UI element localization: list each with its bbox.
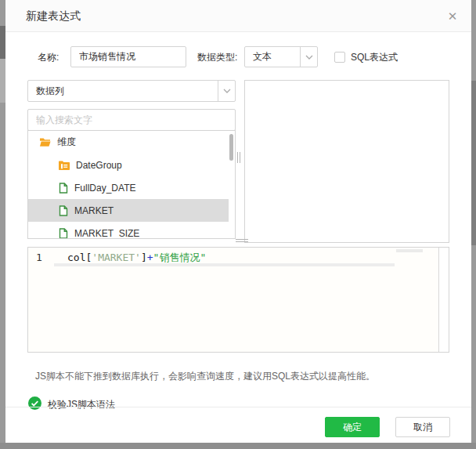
ok-button[interactable]: 确定 [325,417,380,437]
group-icon [59,161,70,170]
background-page-left-edge [0,0,5,449]
editor-scrollbar-track[interactable] [438,248,449,352]
validate-js-syntax-label: 校验JS脚本语法 [48,398,115,411]
tree-item-label: FullDay_DATE [74,183,135,194]
data-type-label: 数据类型: [197,47,237,68]
tree-item-dategroup[interactable]: DateGroup [28,154,229,176]
new-expression-dialog: 新建表达式 ✕ 名称: 数据类型: 文本 SQL表达式 数据列 [5,0,471,443]
sql-expression-label: SQL表达式 [351,47,398,68]
field-icon [59,183,68,194]
sql-expression-checkbox[interactable] [334,52,345,63]
screen: 新建表达式 ✕ 名称: 数据类型: 文本 SQL表达式 数据列 [0,0,476,449]
dialog-title: 新建表达式 [26,0,81,32]
code-token: "销售情况" [153,252,207,263]
tree-scrollbar-thumb[interactable] [229,134,233,161]
search-input[interactable] [27,109,236,131]
code-line: col['MARKET']+"销售情况" [67,251,206,265]
footer-divider [5,407,471,407]
cancel-button[interactable]: 取消 [395,417,450,437]
code-token: + [147,252,153,263]
tree-item-label: DateGroup [76,160,122,171]
js-performance-hint: JS脚本不能下推到数据库执行，会影响查询速度，建议用SQL表达式以提高性能。 [35,370,375,383]
field-icon [59,228,68,239]
tree-item-market-size[interactable]: MARKET_SIZE [28,222,229,239]
line-number: 1 [36,252,42,263]
check-circle-icon [28,396,41,413]
code-token: col [67,252,85,263]
background-page-bottom-edge [0,443,476,449]
tree-item-market[interactable]: MARKET [28,199,229,222]
data-type-value: 文本 [253,47,272,67]
data-type-select[interactable]: 文本 [244,46,318,67]
tree-item-label: 维度 [57,136,76,149]
tree-item-label: MARKET [74,205,114,216]
tree-item-dimension[interactable]: 维度 [28,131,229,154]
code-token: 'MARKET' [92,252,141,263]
tree-item-label: MARKET_SIZE [74,228,139,239]
dialog-header: 新建表达式 ✕ [5,0,471,32]
preview-panel [244,80,449,243]
folder-open-icon [39,137,51,147]
data-source-value: 数据列 [36,81,64,101]
background-page-right-edge [471,0,476,449]
field-tree: 维度 DateGroup [27,130,236,239]
editor-faint-hint [396,249,423,252]
chevron-down-icon [300,47,317,67]
chevron-down-icon [218,81,235,101]
field-icon [59,205,68,216]
expression-code-editor[interactable]: 1 col['MARKET']+"销售情况" [27,247,449,353]
code-token: ] [141,252,147,263]
data-source-select[interactable]: 数据列 [27,80,236,102]
tree-item-fullday-date[interactable]: FullDay_DATE [28,176,229,199]
validate-js-syntax-toggle[interactable]: 校验JS脚本语法 [28,396,115,413]
close-icon[interactable]: ✕ [445,0,460,32]
horizontal-splitter-handle[interactable] [236,239,248,242]
name-input[interactable] [70,46,186,67]
vertical-splitter-handle[interactable] [237,152,240,163]
name-label: 名称: [38,47,59,68]
